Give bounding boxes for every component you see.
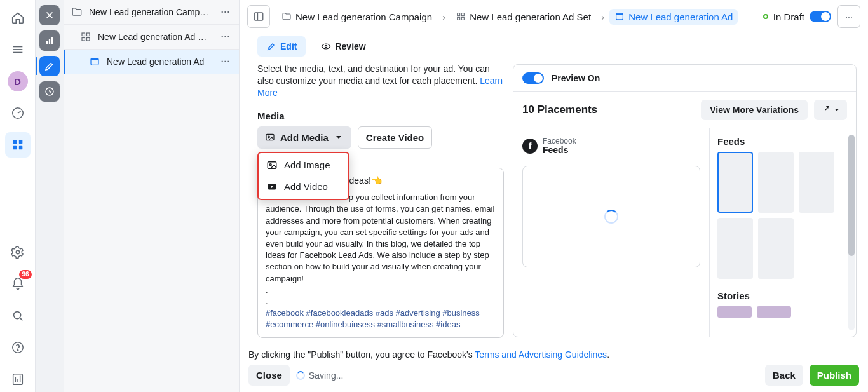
- mode-edit[interactable]: [39, 56, 60, 76]
- pointing-emoji-icon: 👈: [371, 175, 382, 186]
- folder-icon: [71, 6, 83, 18]
- svg-rect-29: [254, 13, 263, 20]
- preview-pane: Preview On 10 Placements View More Varia…: [513, 34, 868, 344]
- status-label: In Draft: [773, 11, 804, 22]
- crumb-campaign[interactable]: New Lead generation Campaign: [276, 9, 437, 25]
- svg-rect-23: [82, 33, 85, 36]
- loading-spinner-icon: [604, 210, 618, 224]
- tree-ad-label: New Lead generation Ad: [107, 57, 211, 67]
- spinner-icon: [296, 371, 305, 380]
- nav-avatar[interactable]: D: [5, 69, 31, 94]
- svg-rect-24: [87, 33, 90, 36]
- legal-suffix: .: [607, 349, 609, 360]
- tab-edit[interactable]: Edit: [257, 36, 306, 57]
- add-image-item[interactable]: Add Image: [259, 154, 348, 176]
- tree-ad-more[interactable]: ···: [217, 57, 234, 67]
- placement-thumb[interactable]: [717, 306, 752, 318]
- placement-thumb[interactable]: [717, 218, 753, 279]
- add-video-item[interactable]: Add Video: [259, 176, 348, 198]
- nav-ads-manager[interactable]: [5, 132, 31, 158]
- tree-ad[interactable]: New Lead generation Ad ···: [64, 50, 239, 74]
- grid-icon: [456, 11, 466, 22]
- structure-tree: New Lead generation Campaign ··· New Lea…: [64, 0, 240, 392]
- svg-point-41: [269, 163, 271, 165]
- mode-chart[interactable]: [39, 30, 60, 51]
- chevron-right-icon: ›: [442, 11, 445, 22]
- publish-button[interactable]: Publish: [810, 365, 859, 386]
- back-button[interactable]: Back: [765, 365, 803, 386]
- grid-icon: [80, 31, 92, 43]
- status-dot-icon: [763, 14, 768, 19]
- nav-search[interactable]: [5, 303, 31, 328]
- add-image-label: Add Image: [284, 159, 330, 170]
- mode-close[interactable]: [39, 5, 60, 25]
- placement-thumb[interactable]: [799, 152, 834, 213]
- expand-icon: [820, 105, 831, 115]
- feeds-heading: Feeds: [717, 136, 848, 147]
- creative-settings-pane: Edit Review Select the media, text, and …: [240, 34, 513, 344]
- footer: By clicking the "Publish" button, you ag…: [240, 344, 868, 392]
- nav-help[interactable]: [5, 335, 31, 360]
- placement-thumbnails: Feeds Stories: [710, 128, 856, 337]
- creative-intro-text: Select the media, text, and destination …: [257, 64, 490, 86]
- tree-adset-more[interactable]: ···: [217, 32, 234, 42]
- nav-menu[interactable]: [5, 37, 31, 62]
- svg-rect-20: [49, 39, 50, 44]
- svg-rect-5: [18, 140, 22, 144]
- topbar: New Lead generation Campaign › New Lead …: [240, 0, 868, 34]
- image-icon: [265, 132, 275, 142]
- svg-rect-19: [46, 41, 48, 44]
- facebook-logo-icon: f: [522, 139, 538, 154]
- topbar-more[interactable]: ···: [837, 5, 860, 28]
- tree-campaign[interactable]: New Lead generation Campaign ···: [64, 0, 239, 25]
- terms-link[interactable]: Terms and Advertising Guidelines: [475, 349, 607, 360]
- nav-notifications[interactable]: 96: [5, 271, 31, 297]
- svg-rect-26: [87, 38, 90, 41]
- create-video-label: Create Video: [366, 132, 424, 143]
- add-media-button[interactable]: Add Media: [257, 126, 351, 149]
- pencil-icon: [266, 41, 276, 51]
- placement-thumb[interactable]: [758, 218, 794, 279]
- draft-status: In Draft: [763, 11, 831, 22]
- crumb-ad[interactable]: New Lead generation Ad: [609, 9, 738, 25]
- add-media-dropdown: Add Image Add Video: [257, 152, 349, 200]
- tree-adset[interactable]: New Lead generation Ad Set ···: [64, 25, 239, 50]
- stories-heading: Stories: [717, 290, 848, 301]
- svg-rect-7: [18, 146, 22, 150]
- placement-thumb[interactable]: [717, 152, 753, 213]
- device-placement: Feeds: [543, 145, 576, 155]
- mode-history[interactable]: [39, 81, 60, 102]
- expand-preview[interactable]: [814, 100, 847, 120]
- crumb-ad-label: New Lead generation Ad: [628, 11, 733, 22]
- toggle-side-panel[interactable]: [247, 5, 270, 28]
- status-toggle[interactable]: [810, 11, 831, 22]
- svg-rect-21: [51, 37, 53, 44]
- nav-settings[interactable]: [5, 240, 31, 265]
- nav-home[interactable]: [5, 5, 31, 30]
- nav-reports[interactable]: [5, 367, 31, 392]
- add-media-label: Add Media: [280, 132, 329, 143]
- ad-icon: [89, 56, 100, 67]
- tab-review[interactable]: Review: [312, 36, 374, 57]
- placement-thumb[interactable]: [758, 152, 794, 213]
- crumb-adset[interactable]: New Lead generation Ad Set: [451, 9, 596, 25]
- svg-point-9: [13, 312, 20, 319]
- chevron-right-icon: ›: [601, 11, 604, 22]
- nav-gauge[interactable]: [5, 100, 31, 126]
- svg-rect-34: [461, 17, 464, 20]
- svg-point-39: [268, 136, 270, 138]
- scrollbar[interactable]: [848, 135, 855, 330]
- image-icon: [266, 159, 278, 171]
- create-video-button[interactable]: Create Video: [358, 126, 432, 149]
- view-more-variations[interactable]: View More Variations: [701, 100, 808, 120]
- preview-toggle[interactable]: [522, 72, 544, 84]
- preview-toggle-bar: Preview On: [513, 65, 856, 92]
- media-label: Media: [257, 111, 504, 121]
- caret-down-icon: [833, 106, 841, 114]
- placements-bar: 10 Placements View More Variations: [513, 92, 856, 128]
- tree-campaign-more[interactable]: ···: [217, 7, 234, 17]
- close-button[interactable]: Close: [248, 365, 290, 386]
- global-nav-rail: D 96: [0, 0, 36, 392]
- legal-text: By clicking the "Publish" button, you ag…: [248, 349, 859, 360]
- placement-thumb[interactable]: [757, 306, 791, 318]
